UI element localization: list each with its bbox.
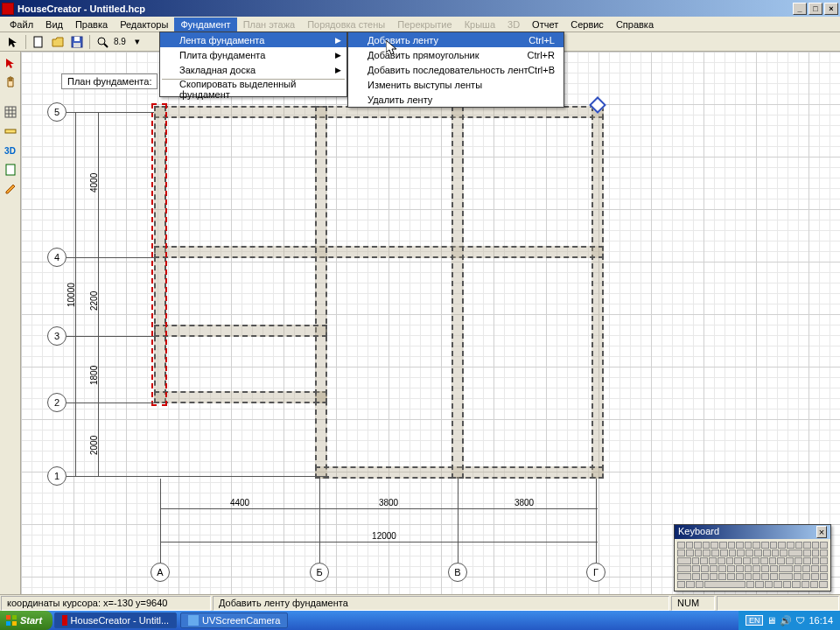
svg-line-5 (104, 44, 108, 47)
menu-add-strip[interactable]: Добавить ленту Ctrl+L (348, 32, 564, 47)
menu-anchor-board[interactable]: Закладная доска ▶ (160, 62, 346, 77)
dim-3800b: 3800 (502, 498, 546, 508)
menu-shortcut: Ctrl+R (528, 50, 555, 60)
grid-icon[interactable] (2, 103, 19, 121)
pointer-icon[interactable] (2, 54, 19, 72)
zoom-value: 8.9 (114, 37, 126, 46)
foundation-drawing (154, 106, 604, 479)
svg-point-4 (98, 38, 105, 45)
3d-label[interactable]: 3D (2, 142, 19, 159)
strip-foundation-submenu: Добавить ленту Ctrl+L Добавить прямоугол… (347, 32, 564, 108)
menu-3d[interactable]: 3D (501, 18, 526, 32)
menu-edit[interactable]: Правка (69, 18, 114, 32)
menu-overlap[interactable]: Перекрытие (391, 18, 458, 32)
axis-a: А (150, 563, 170, 582)
app-icon (2, 3, 14, 15)
taskbar-app-housecreator[interactable]: HouseCreator - Untitl... (54, 612, 177, 628)
plan-title-box: План фундамента: (61, 74, 158, 89)
tray-icon[interactable]: 🔊 (780, 615, 792, 626)
menu-item-label: Плита фундамента (179, 50, 265, 60)
axis-5: 5 (47, 102, 66, 122)
menu-item-label: Удалить ленту (368, 94, 432, 105)
statusbar: координаты курсора: x=-130 y=9640 Добави… (0, 594, 840, 611)
svg-rect-16 (12, 621, 17, 626)
doc-icon[interactable] (2, 161, 19, 178)
titlebar: HouseCreator - Untitled.hcp _ □ × (0, 0, 840, 17)
onscreen-keyboard[interactable]: Keyboard × (674, 524, 831, 592)
axis-2: 2 (47, 393, 66, 412)
app-small-icon (188, 615, 199, 626)
new-file-icon[interactable] (30, 33, 47, 51)
dim-3800a: 3800 (367, 498, 410, 508)
menu-strip-foundation[interactable]: Лента фундамента ▶ (160, 32, 346, 47)
dim-12000: 12000 (358, 531, 410, 541)
start-button[interactable]: Start (0, 611, 52, 630)
svg-rect-11 (5, 130, 16, 133)
tray-icon[interactable]: 🖥 (766, 615, 776, 626)
submenu-arrow-icon: ▶ (335, 51, 341, 60)
hand-icon[interactable] (2, 74, 19, 91)
clock[interactable]: 16:14 (808, 615, 833, 626)
menu-report[interactable]: Отчет (526, 18, 564, 32)
select-tool-icon[interactable] (4, 33, 22, 51)
menu-roof[interactable]: Крыша (458, 18, 501, 32)
pencil-icon[interactable] (2, 180, 19, 198)
axis-g: Г (586, 563, 606, 582)
axis-3: 3 (47, 326, 66, 346)
svg-rect-12 (6, 164, 15, 175)
task-label: HouseCreator - Untitl... (71, 615, 169, 626)
zoom-dropdown-icon[interactable]: ▾ (129, 33, 146, 51)
menu-editors[interactable]: Редакторы (114, 18, 174, 32)
status-empty (717, 596, 839, 611)
svg-rect-14 (12, 615, 17, 620)
axis-v: В (448, 563, 467, 582)
minimize-button[interactable]: _ (793, 3, 807, 15)
osk-keys (675, 539, 830, 591)
axis-1: 1 (47, 466, 66, 486)
menu-item-label: Изменить выступы ленты (368, 80, 482, 90)
taskbar: Start HouseCreator - Untitl... UVScreenC… (0, 611, 840, 630)
menu-foundation[interactable]: Фундамент (174, 18, 236, 32)
drawing-canvas[interactable]: План фундамента: 5 4 3 2 1 А Б В Г 4000 … (21, 52, 840, 594)
osk-close-icon[interactable]: × (816, 526, 827, 538)
menu-file[interactable]: Файл (4, 18, 39, 32)
menu-service[interactable]: Сервис (564, 18, 610, 32)
menu-slab-foundation[interactable]: Плита фундамента ▶ (160, 47, 346, 62)
open-file-icon[interactable] (49, 33, 66, 51)
save-file-icon[interactable] (68, 33, 86, 51)
app-small-icon (62, 615, 67, 626)
menu-item-label: Закладная доска (179, 65, 256, 75)
submenu-arrow-icon: ▶ (335, 66, 341, 74)
status-num: NUM (671, 596, 715, 611)
submenu-arrow-icon: ▶ (335, 36, 341, 45)
menu-add-rectangle[interactable]: Добавить прямоугольник Ctrl+R (348, 47, 564, 62)
zoom-tool-icon[interactable] (94, 33, 111, 51)
system-tray[interactable]: EN 🖥 🔊 🛡 16:14 (738, 611, 840, 630)
menu-view[interactable]: Вид (39, 18, 69, 32)
osk-title: Keyboard (678, 526, 719, 538)
menu-item-label: Лента фундамента (179, 35, 264, 46)
menu-help[interactable]: Справка (610, 18, 660, 32)
menu-item-label: Добавить прямоугольник (368, 50, 479, 60)
menu-floorplan[interactable]: План этажа (237, 18, 301, 32)
menu-copy-foundation[interactable]: Скопировать выделенный фундамент (160, 81, 346, 96)
menu-add-sequence[interactable]: Добавить последовательность лент Ctrl+B (348, 62, 564, 77)
osk-titlebar[interactable]: Keyboard × (675, 525, 830, 539)
svg-rect-2 (74, 37, 80, 41)
task-label: UVScreenCamera (202, 615, 280, 626)
status-hint: Добавить ленту фундамента (213, 596, 669, 611)
maximize-button[interactable]: □ (808, 3, 822, 15)
taskbar-app-uvscreen[interactable]: UVScreenCamera (180, 612, 288, 628)
window-title: HouseCreator - Untitled.hcp (18, 4, 791, 14)
tray-icon[interactable]: 🛡 (795, 615, 805, 626)
close-button[interactable]: × (824, 3, 838, 15)
svg-rect-13 (6, 615, 10, 620)
menu-delete-strip[interactable]: Удалить ленту (348, 92, 564, 107)
menu-change-ledges[interactable]: Изменить выступы ленты (348, 77, 564, 92)
lang-indicator[interactable]: EN (746, 615, 764, 626)
ruler-icon[interactable] (2, 122, 19, 140)
foundation-menu-dropdown: Лента фундамента ▶ Плита фундамента ▶ За… (159, 32, 347, 97)
dim-4400: 4400 (218, 498, 262, 508)
menu-wall-order[interactable]: Порядовка стены (301, 18, 391, 32)
left-tool-strip: 3D (0, 52, 21, 594)
